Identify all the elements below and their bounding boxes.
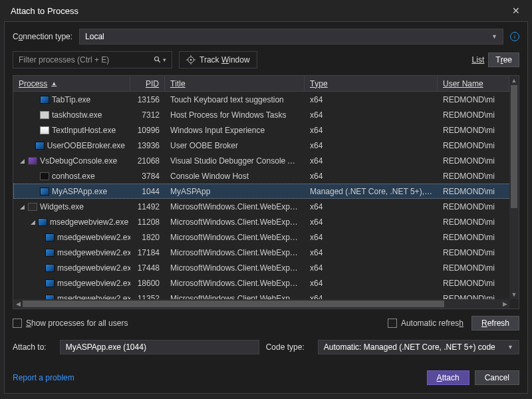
tree-view-button[interactable]: Tree bbox=[488, 53, 519, 67]
svg-line-1 bbox=[158, 61, 160, 63]
cancel-button[interactable]: Cancel bbox=[475, 370, 519, 385]
scroll-right-icon[interactable]: ▶ bbox=[500, 299, 509, 309]
crosshair-icon bbox=[186, 55, 196, 65]
attach-to-input[interactable]: MyASPApp.exe (1044) bbox=[60, 340, 259, 354]
process-pid: 1820 bbox=[130, 233, 165, 242]
expander-icon[interactable]: ◢ bbox=[19, 203, 25, 210]
process-type: x64 bbox=[305, 263, 438, 273]
column-process[interactable]: Process bbox=[13, 76, 130, 91]
process-title: Touch Keyboard text suggestion bbox=[165, 95, 305, 104]
checkbox-icon bbox=[388, 319, 397, 328]
scroll-up-icon[interactable]: ▲ bbox=[509, 76, 519, 85]
process-icon bbox=[28, 157, 37, 165]
process-title: MicrosoftWindows.Client.WebExperi… bbox=[165, 217, 305, 227]
checkbox-icon bbox=[13, 319, 22, 328]
table-row[interactable]: msedgewebview2.exe1820MicrosoftWindows.C… bbox=[13, 229, 519, 245]
show-all-users-checkbox[interactable]: Show processes for all users bbox=[13, 319, 128, 328]
expander-icon[interactable]: ◢ bbox=[31, 219, 35, 225]
process-user: REDMOND\mi bbox=[438, 187, 509, 196]
connection-label: Connection type: bbox=[13, 32, 72, 41]
table-row[interactable]: UserOOBEBroker.exe13936User OOBE Brokerx… bbox=[13, 138, 519, 153]
process-pid: 1044 bbox=[130, 187, 165, 196]
track-window-button[interactable]: Track Window bbox=[179, 51, 257, 68]
code-type-value: Automatic: Managed (.NET Core, .NET 5+) … bbox=[324, 342, 495, 352]
table-row[interactable]: TabTip.exe13156Touch Keyboard text sugge… bbox=[13, 92, 519, 107]
attach-to-label: Attach to: bbox=[13, 342, 47, 352]
process-name: msedgewebview2.exe bbox=[50, 217, 128, 227]
table-row[interactable]: msedgewebview2.exe18600MicrosoftWindows.… bbox=[13, 275, 519, 291]
table-row[interactable]: msedgewebview2.exe17448MicrosoftWindows.… bbox=[13, 260, 519, 275]
process-icon bbox=[40, 172, 49, 180]
process-user: REDMOND\mi bbox=[438, 233, 509, 242]
process-name: TextInputHost.exe bbox=[52, 126, 116, 135]
process-icon bbox=[28, 203, 37, 211]
process-user: REDMOND\mi bbox=[438, 95, 509, 104]
list-view-button[interactable]: List bbox=[472, 55, 485, 65]
report-problem-link[interactable]: Report a problem bbox=[13, 373, 74, 382]
scroll-down-icon[interactable]: ▼ bbox=[509, 290, 519, 299]
scroll-left-icon[interactable]: ◀ bbox=[13, 299, 23, 309]
close-icon[interactable]: ✕ bbox=[507, 5, 525, 16]
expander-icon[interactable]: ◢ bbox=[19, 158, 25, 164]
code-type-select[interactable]: Automatic: Managed (.NET Core, .NET 5+) … bbox=[318, 340, 519, 354]
scroll-thumb[interactable] bbox=[23, 301, 444, 307]
table-row[interactable]: conhost.exe3784Console Window Hostx64RED… bbox=[13, 168, 519, 184]
process-type: x64 bbox=[305, 95, 438, 104]
process-pid: 17448 bbox=[130, 263, 165, 273]
process-title: Host Process for Windows Tasks bbox=[165, 110, 305, 120]
process-name: conhost.exe bbox=[52, 172, 95, 181]
filter-row: Filter processes (Ctrl + E) ▾ Track Wind… bbox=[13, 51, 519, 68]
table-row[interactable]: MyASPApp.exe1044MyASPAppManaged (.NET Co… bbox=[13, 184, 519, 199]
filter-input[interactable]: Filter processes (Ctrl + E) ▾ bbox=[13, 51, 172, 68]
process-user: REDMOND\mi bbox=[438, 263, 509, 273]
table-row[interactable]: taskhostw.exe7312Host Process for Window… bbox=[13, 107, 519, 122]
process-icon bbox=[45, 279, 55, 287]
process-title: MicrosoftWindows.Client.WebExperi… bbox=[165, 233, 305, 242]
process-name: taskhostw.exe bbox=[52, 110, 102, 120]
scroll-thumb[interactable] bbox=[511, 85, 517, 208]
column-pid[interactable]: PID bbox=[130, 76, 165, 91]
process-pid: 7312 bbox=[130, 110, 165, 120]
show-all-users-label: Show processes for all users bbox=[26, 319, 128, 328]
connection-type-value: Local bbox=[85, 32, 104, 41]
process-title: Windows Input Experience bbox=[165, 126, 305, 135]
process-user: REDMOND\mi bbox=[438, 279, 509, 288]
process-type: x64 bbox=[305, 217, 438, 227]
process-type: x64 bbox=[305, 248, 438, 257]
column-user[interactable]: User Name bbox=[438, 76, 509, 91]
auto-refresh-checkbox[interactable]: Automatic refresh bbox=[388, 319, 464, 328]
table-row[interactable]: ◢Widgets.exe11492MicrosoftWindows.Client… bbox=[13, 199, 519, 214]
process-pid: 11492 bbox=[130, 202, 165, 211]
process-pid: 21068 bbox=[130, 156, 165, 166]
attach-button[interactable]: Attach bbox=[427, 370, 469, 385]
process-title: MicrosoftWindows.Client.WebExperi… bbox=[165, 248, 305, 257]
table-row[interactable]: ◢msedgewebview2.exe11208MicrosoftWindows… bbox=[13, 214, 519, 229]
process-icon bbox=[35, 142, 45, 150]
process-icon bbox=[40, 111, 49, 119]
process-title: Visual Studio Debugger Console App… bbox=[165, 156, 305, 166]
info-icon[interactable]: i bbox=[510, 32, 519, 41]
table-row[interactable]: msedgewebview2.exe17184MicrosoftWindows.… bbox=[13, 245, 519, 260]
process-type: x64 bbox=[305, 156, 438, 166]
column-type[interactable]: Type bbox=[305, 76, 438, 91]
table-row[interactable]: TextInputHost.exe10996Windows Input Expe… bbox=[13, 122, 519, 138]
process-user: REDMOND\mi bbox=[438, 172, 509, 181]
table-header: Process PID Title Type User Name bbox=[13, 76, 519, 92]
vertical-scrollbar[interactable]: ▲ ▼ bbox=[509, 76, 519, 299]
process-pid: 11208 bbox=[130, 217, 165, 227]
process-type: x64 bbox=[305, 126, 438, 135]
svg-point-3 bbox=[190, 59, 192, 61]
process-icon bbox=[45, 249, 55, 257]
horizontal-scrollbar[interactable]: ◀ ▶ bbox=[13, 299, 509, 309]
process-icon bbox=[40, 96, 49, 104]
column-title[interactable]: Title bbox=[165, 76, 305, 91]
process-user: REDMOND\mi bbox=[438, 141, 509, 150]
chevron-down-icon: ▼ bbox=[507, 344, 513, 350]
process-pid: 17184 bbox=[130, 248, 165, 257]
table-row[interactable]: ◢VsDebugConsole.exe21068Visual Studio De… bbox=[13, 153, 519, 168]
process-title: MicrosoftWindows.Client.WebExperi… bbox=[165, 202, 305, 211]
refresh-button[interactable]: Refresh bbox=[471, 316, 519, 331]
auto-refresh-label: Automatic refresh bbox=[401, 319, 464, 328]
connection-type-select[interactable]: Local ▼ bbox=[79, 29, 503, 45]
process-icon bbox=[45, 264, 55, 272]
